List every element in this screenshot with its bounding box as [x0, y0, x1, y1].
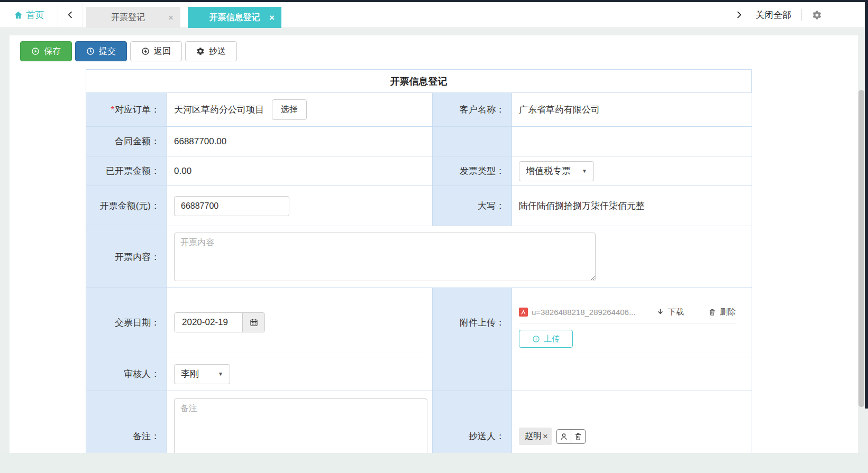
attachment-divider [519, 323, 736, 323]
required-mark: * [111, 105, 114, 115]
caret-down-icon: ▼ [582, 168, 587, 174]
action-toolbar: 保存 提交 返回 抄送 [20, 41, 237, 61]
delivery-date-input[interactable] [175, 313, 242, 332]
invoice-info-form: 开票信息登记 * 对应订单： 天河区草药分公司项目 选择 客户名称： 广东省草药… [86, 69, 752, 473]
submit-label: 提交 [99, 46, 116, 57]
plus-circle-icon [532, 335, 540, 343]
save-button[interactable]: 保存 [20, 41, 72, 61]
main-content-panel: 保存 提交 返回 抄送 开票信息登记 * 对应订单： [10, 35, 858, 453]
tab-bar: 开票登记 × 开票信息登记 × [86, 7, 281, 28]
tab-invoice-register[interactable]: 开票登记 × [86, 7, 180, 28]
field-label-contract-amount: 合同金额： [86, 127, 167, 156]
cc-person-tag: 赵明 × [519, 428, 552, 445]
window-right-edge [865, 0, 868, 409]
back-button[interactable]: 返回 [130, 41, 182, 61]
tab-label: 开票信息登记 [209, 12, 260, 23]
save-play-circle-icon [31, 47, 40, 55]
field-label-invoice-amount: 开票金额(元)： [86, 186, 167, 226]
clear-cc-person-button[interactable] [571, 429, 586, 444]
top-navbar: 首页 开票登记 × 开票信息登记 × 关闭全部 [0, 2, 865, 28]
back-label: 返回 [154, 46, 171, 57]
home-icon [14, 11, 23, 20]
settings-gear-icon[interactable] [812, 10, 822, 20]
field-value-invoice-amount [167, 186, 433, 226]
field-label-order: * 对应订单： [86, 93, 167, 127]
field-value-attachment: u=3826488218_289264406... 下载 删除 [512, 288, 752, 357]
reviewer-selected: 李刚 [181, 368, 199, 380]
field-label-invoice-type: 发票类型： [433, 156, 512, 186]
field-value-invoice-type: 增值税专票 ▼ [512, 156, 752, 186]
invoice-type-select[interactable]: 增值税专票 ▼ [519, 161, 594, 181]
customer-value: 广东省草药有限公司 [519, 104, 600, 116]
reviewer-select[interactable]: 李刚 ▼ [174, 364, 230, 384]
cc-person-block: 赵明 × [519, 428, 586, 445]
field-value-invoice-content [167, 226, 752, 288]
field-label-attachment: 附件上传： [433, 288, 512, 357]
cc-actions [556, 429, 586, 444]
close-all-tabs-button[interactable]: 关闭全部 [755, 9, 791, 21]
chevron-left-icon [66, 11, 75, 19]
field-value-customer: 广东省草药有限公司 [512, 93, 752, 127]
order-value: 天河区草药分公司项目 [174, 104, 264, 116]
field-value-amount-words: 陆仟陆佰捌拾捌万柒仟柒佰元整 [512, 186, 752, 226]
field-label-amount-words: 大写： [433, 186, 512, 226]
field-label-customer: 客户名称： [433, 93, 512, 127]
empty-value-cell [512, 127, 752, 156]
field-value-order: 天河区草药分公司项目 选择 [167, 93, 433, 127]
field-value-contract-amount: 66887700.00 [167, 127, 433, 156]
navbar-right-cluster: 关闭全部 [733, 2, 822, 27]
download-icon [656, 308, 664, 316]
delivery-date-group [174, 312, 265, 332]
field-label-delivery-date: 交票日期： [86, 288, 167, 357]
field-label-reviewer: 审核人： [86, 357, 167, 391]
trash-icon [708, 308, 716, 316]
amount-words-value: 陆仟陆佰捌拾捌万柒仟柒佰元整 [519, 200, 645, 212]
attachment-filename: u=3826488218_289264406... [532, 308, 656, 317]
empty-label-cell [433, 357, 512, 391]
caret-down-icon: ▼ [218, 371, 223, 377]
contract-amount-value: 66887700.00 [174, 136, 226, 147]
pdf-file-icon [519, 308, 528, 317]
person-icon [560, 432, 568, 441]
field-value-delivery-date [167, 288, 433, 357]
download-attachment-button[interactable]: 下载 [656, 307, 684, 317]
tab-close-icon[interactable]: × [168, 13, 173, 22]
remove-cc-person-icon[interactable]: × [543, 432, 548, 441]
tab-label: 开票登记 [111, 12, 145, 23]
chevron-right-icon [735, 11, 743, 19]
upload-button[interactable]: 上传 [519, 330, 573, 348]
trash-icon [574, 432, 582, 441]
invoice-type-selected: 增值税专票 [526, 165, 571, 177]
invoice-amount-input[interactable] [174, 196, 289, 216]
date-picker-button[interactable] [242, 313, 264, 332]
form-title: 开票信息登记 [86, 69, 752, 92]
back-arrow-circle-icon [141, 47, 150, 55]
invoiced-amount-value: 0.00 [174, 166, 191, 177]
tabs-scroll-left-button[interactable] [58, 2, 83, 27]
submit-clock-icon [86, 47, 95, 55]
page-bottom-background [0, 453, 868, 473]
tab-invoice-info-register[interactable]: 开票信息登记 × [188, 7, 281, 28]
field-value-reviewer: 李刚 ▼ [167, 357, 433, 391]
field-value-invoiced-amount: 0.00 [167, 156, 433, 186]
submit-button[interactable]: 提交 [75, 41, 127, 61]
field-label-invoice-content: 开票内容： [86, 226, 167, 288]
cc-button[interactable]: 抄送 [185, 41, 237, 61]
choose-order-button[interactable]: 选择 [272, 99, 307, 120]
tab-close-icon[interactable]: × [269, 13, 275, 22]
tabs-scroll-right-button[interactable] [733, 2, 745, 27]
form-table: * 对应订单： 天河区草药分公司项目 选择 客户名称： 广东省草药有限公司 合同… [86, 92, 752, 473]
vertical-scrollbar[interactable] [858, 90, 864, 407]
window-top-edge [0, 0, 868, 2]
delete-attachment-button[interactable]: 删除 [708, 307, 736, 317]
calendar-icon [250, 318, 258, 327]
home-nav-item[interactable]: 首页 [0, 2, 58, 27]
invoice-content-textarea[interactable] [174, 233, 596, 281]
empty-value-cell [512, 357, 752, 391]
field-label-invoiced-amount: 已开票金额： [86, 156, 167, 186]
empty-label-cell [433, 127, 512, 156]
cc-gear-icon [196, 47, 205, 55]
save-label: 保存 [44, 46, 61, 57]
home-label: 首页 [26, 9, 44, 21]
pick-cc-person-button[interactable] [556, 429, 571, 444]
